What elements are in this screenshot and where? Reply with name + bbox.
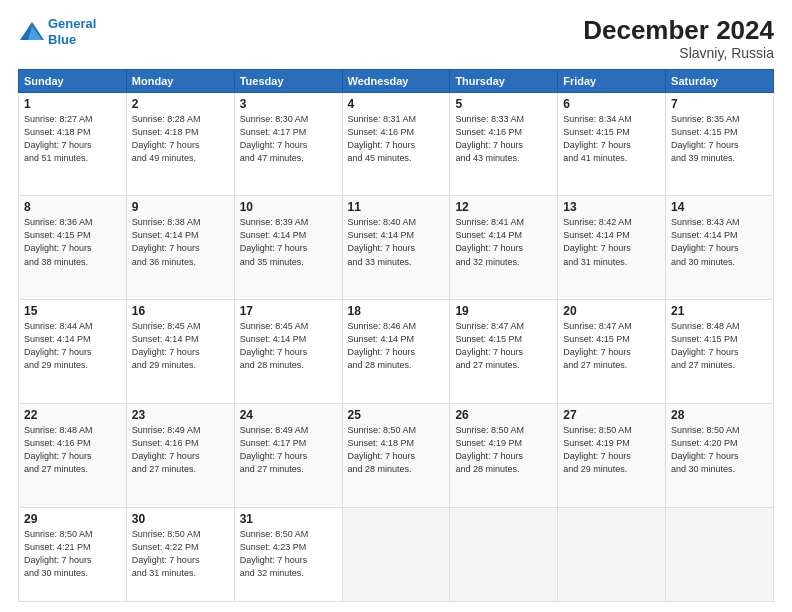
day-info: Sunrise: 8:44 AM Sunset: 4:14 PM Dayligh…	[24, 320, 121, 372]
day-info: Sunrise: 8:50 AM Sunset: 4:22 PM Dayligh…	[132, 528, 229, 580]
calendar-cell: 10Sunrise: 8:39 AM Sunset: 4:14 PM Dayli…	[234, 196, 342, 300]
day-info: Sunrise: 8:33 AM Sunset: 4:16 PM Dayligh…	[455, 113, 552, 165]
logo-general: General	[48, 16, 96, 31]
day-info: Sunrise: 8:40 AM Sunset: 4:14 PM Dayligh…	[348, 216, 445, 268]
calendar-cell: 31Sunrise: 8:50 AM Sunset: 4:23 PM Dayli…	[234, 507, 342, 601]
calendar-week-row: 29Sunrise: 8:50 AM Sunset: 4:21 PM Dayli…	[19, 507, 774, 601]
day-number: 24	[240, 408, 337, 422]
day-info: Sunrise: 8:47 AM Sunset: 4:15 PM Dayligh…	[563, 320, 660, 372]
col-header-friday: Friday	[558, 69, 666, 92]
day-number: 13	[563, 200, 660, 214]
calendar-cell: 21Sunrise: 8:48 AM Sunset: 4:15 PM Dayli…	[666, 300, 774, 404]
day-number: 10	[240, 200, 337, 214]
calendar-cell: 16Sunrise: 8:45 AM Sunset: 4:14 PM Dayli…	[126, 300, 234, 404]
logo: General Blue	[18, 16, 96, 47]
day-info: Sunrise: 8:46 AM Sunset: 4:14 PM Dayligh…	[348, 320, 445, 372]
day-number: 27	[563, 408, 660, 422]
calendar-cell: 15Sunrise: 8:44 AM Sunset: 4:14 PM Dayli…	[19, 300, 127, 404]
calendar-cell	[450, 507, 558, 601]
day-number: 11	[348, 200, 445, 214]
day-info: Sunrise: 8:49 AM Sunset: 4:16 PM Dayligh…	[132, 424, 229, 476]
calendar-week-row: 22Sunrise: 8:48 AM Sunset: 4:16 PM Dayli…	[19, 403, 774, 507]
calendar-cell: 9Sunrise: 8:38 AM Sunset: 4:14 PM Daylig…	[126, 196, 234, 300]
day-info: Sunrise: 8:28 AM Sunset: 4:18 PM Dayligh…	[132, 113, 229, 165]
calendar-cell	[558, 507, 666, 601]
day-info: Sunrise: 8:27 AM Sunset: 4:18 PM Dayligh…	[24, 113, 121, 165]
day-info: Sunrise: 8:41 AM Sunset: 4:14 PM Dayligh…	[455, 216, 552, 268]
day-info: Sunrise: 8:45 AM Sunset: 4:14 PM Dayligh…	[132, 320, 229, 372]
calendar-subtitle: Slavniy, Russia	[583, 45, 774, 61]
day-info: Sunrise: 8:34 AM Sunset: 4:15 PM Dayligh…	[563, 113, 660, 165]
day-info: Sunrise: 8:42 AM Sunset: 4:14 PM Dayligh…	[563, 216, 660, 268]
day-number: 25	[348, 408, 445, 422]
day-info: Sunrise: 8:50 AM Sunset: 4:20 PM Dayligh…	[671, 424, 768, 476]
calendar-cell: 25Sunrise: 8:50 AM Sunset: 4:18 PM Dayli…	[342, 403, 450, 507]
day-info: Sunrise: 8:36 AM Sunset: 4:15 PM Dayligh…	[24, 216, 121, 268]
title-block: December 2024 Slavniy, Russia	[583, 16, 774, 61]
calendar-cell: 24Sunrise: 8:49 AM Sunset: 4:17 PM Dayli…	[234, 403, 342, 507]
calendar-week-row: 8Sunrise: 8:36 AM Sunset: 4:15 PM Daylig…	[19, 196, 774, 300]
day-number: 9	[132, 200, 229, 214]
day-info: Sunrise: 8:50 AM Sunset: 4:19 PM Dayligh…	[455, 424, 552, 476]
calendar-title: December 2024	[583, 16, 774, 45]
calendar-header-row: SundayMondayTuesdayWednesdayThursdayFrid…	[19, 69, 774, 92]
day-number: 16	[132, 304, 229, 318]
day-number: 18	[348, 304, 445, 318]
day-info: Sunrise: 8:50 AM Sunset: 4:23 PM Dayligh…	[240, 528, 337, 580]
calendar-cell: 29Sunrise: 8:50 AM Sunset: 4:21 PM Dayli…	[19, 507, 127, 601]
day-info: Sunrise: 8:48 AM Sunset: 4:15 PM Dayligh…	[671, 320, 768, 372]
col-header-monday: Monday	[126, 69, 234, 92]
calendar-cell: 8Sunrise: 8:36 AM Sunset: 4:15 PM Daylig…	[19, 196, 127, 300]
day-number: 29	[24, 512, 121, 526]
calendar-cell: 4Sunrise: 8:31 AM Sunset: 4:16 PM Daylig…	[342, 92, 450, 196]
calendar-week-row: 15Sunrise: 8:44 AM Sunset: 4:14 PM Dayli…	[19, 300, 774, 404]
page: General Blue December 2024 Slavniy, Russ…	[0, 0, 792, 612]
day-info: Sunrise: 8:30 AM Sunset: 4:17 PM Dayligh…	[240, 113, 337, 165]
calendar-cell: 17Sunrise: 8:45 AM Sunset: 4:14 PM Dayli…	[234, 300, 342, 404]
day-info: Sunrise: 8:49 AM Sunset: 4:17 PM Dayligh…	[240, 424, 337, 476]
day-number: 31	[240, 512, 337, 526]
calendar-cell: 14Sunrise: 8:43 AM Sunset: 4:14 PM Dayli…	[666, 196, 774, 300]
day-info: Sunrise: 8:50 AM Sunset: 4:18 PM Dayligh…	[348, 424, 445, 476]
day-info: Sunrise: 8:35 AM Sunset: 4:15 PM Dayligh…	[671, 113, 768, 165]
day-info: Sunrise: 8:31 AM Sunset: 4:16 PM Dayligh…	[348, 113, 445, 165]
day-number: 17	[240, 304, 337, 318]
day-info: Sunrise: 8:50 AM Sunset: 4:21 PM Dayligh…	[24, 528, 121, 580]
day-number: 15	[24, 304, 121, 318]
calendar-cell: 19Sunrise: 8:47 AM Sunset: 4:15 PM Dayli…	[450, 300, 558, 404]
calendar-cell	[342, 507, 450, 601]
day-info: Sunrise: 8:45 AM Sunset: 4:14 PM Dayligh…	[240, 320, 337, 372]
calendar-cell: 12Sunrise: 8:41 AM Sunset: 4:14 PM Dayli…	[450, 196, 558, 300]
logo-icon	[18, 20, 46, 44]
col-header-thursday: Thursday	[450, 69, 558, 92]
day-number: 23	[132, 408, 229, 422]
day-number: 8	[24, 200, 121, 214]
calendar-cell: 7Sunrise: 8:35 AM Sunset: 4:15 PM Daylig…	[666, 92, 774, 196]
day-number: 26	[455, 408, 552, 422]
day-number: 21	[671, 304, 768, 318]
day-number: 3	[240, 97, 337, 111]
day-number: 6	[563, 97, 660, 111]
calendar-cell: 28Sunrise: 8:50 AM Sunset: 4:20 PM Dayli…	[666, 403, 774, 507]
day-info: Sunrise: 8:43 AM Sunset: 4:14 PM Dayligh…	[671, 216, 768, 268]
col-header-tuesday: Tuesday	[234, 69, 342, 92]
day-number: 1	[24, 97, 121, 111]
calendar-cell: 30Sunrise: 8:50 AM Sunset: 4:22 PM Dayli…	[126, 507, 234, 601]
day-number: 5	[455, 97, 552, 111]
col-header-wednesday: Wednesday	[342, 69, 450, 92]
calendar-cell: 23Sunrise: 8:49 AM Sunset: 4:16 PM Dayli…	[126, 403, 234, 507]
col-header-sunday: Sunday	[19, 69, 127, 92]
calendar-cell: 26Sunrise: 8:50 AM Sunset: 4:19 PM Dayli…	[450, 403, 558, 507]
calendar-cell: 1Sunrise: 8:27 AM Sunset: 4:18 PM Daylig…	[19, 92, 127, 196]
calendar-cell: 18Sunrise: 8:46 AM Sunset: 4:14 PM Dayli…	[342, 300, 450, 404]
calendar-cell: 27Sunrise: 8:50 AM Sunset: 4:19 PM Dayli…	[558, 403, 666, 507]
calendar-cell: 13Sunrise: 8:42 AM Sunset: 4:14 PM Dayli…	[558, 196, 666, 300]
header: General Blue December 2024 Slavniy, Russ…	[18, 16, 774, 61]
calendar-cell: 22Sunrise: 8:48 AM Sunset: 4:16 PM Dayli…	[19, 403, 127, 507]
day-number: 2	[132, 97, 229, 111]
day-number: 12	[455, 200, 552, 214]
day-number: 22	[24, 408, 121, 422]
day-number: 4	[348, 97, 445, 111]
col-header-saturday: Saturday	[666, 69, 774, 92]
day-info: Sunrise: 8:50 AM Sunset: 4:19 PM Dayligh…	[563, 424, 660, 476]
